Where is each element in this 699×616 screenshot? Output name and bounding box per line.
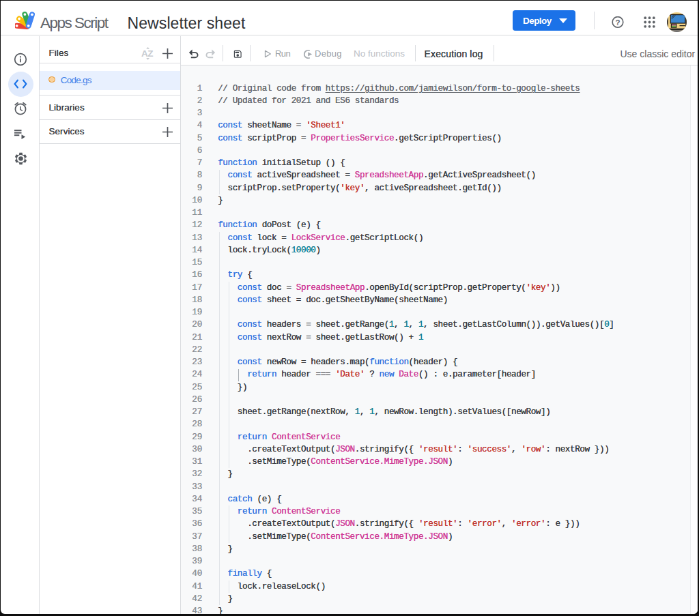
svg-text:?: ? <box>615 18 620 27</box>
svg-text:AZ: AZ <box>141 48 153 59</box>
